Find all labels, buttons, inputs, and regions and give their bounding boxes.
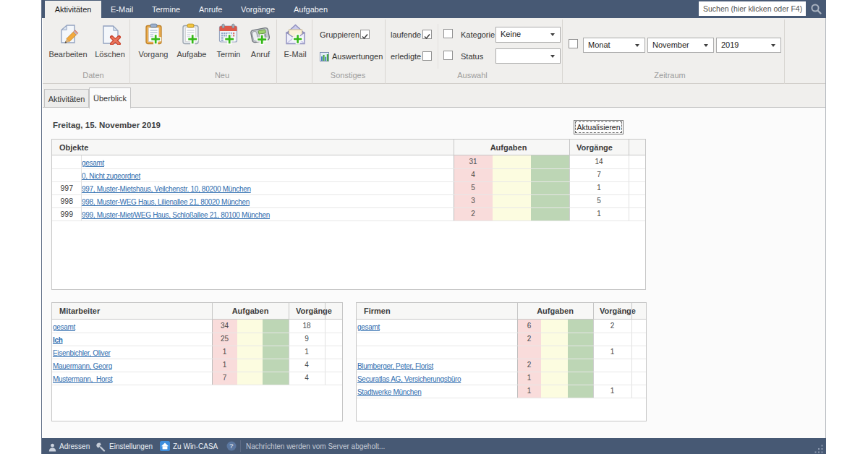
svg-text:?: ? [229, 442, 234, 450]
